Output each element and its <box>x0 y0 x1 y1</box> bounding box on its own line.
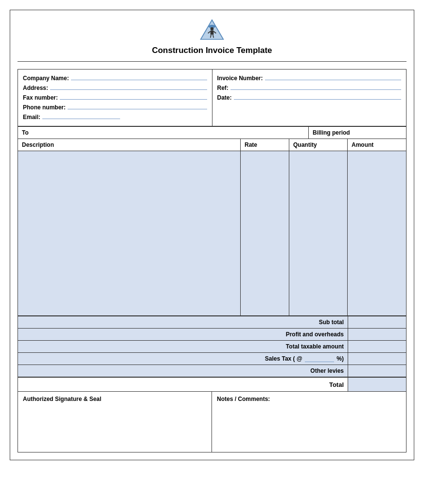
table-header-row: Description Rate Quantity Amount <box>18 139 406 151</box>
page-title: Construction Invoice Template <box>18 46 406 55</box>
header: Construction Invoice Template <box>18 15 406 62</box>
sales-tax-row: Sales Tax ( @ %) <box>18 352 406 365</box>
info-row: Company Name: Address: Fax number: Phone… <box>18 70 406 126</box>
svg-rect-4 <box>211 31 214 35</box>
total-section: Total <box>18 377 406 392</box>
date-input[interactable] <box>234 93 401 100</box>
ref-input[interactable] <box>230 83 401 90</box>
address-input[interactable] <box>50 83 207 90</box>
col-rate-header: Rate <box>241 139 289 151</box>
fax-field: Fax number: <box>23 93 207 101</box>
invoice-number-label: Invoice Number: <box>217 75 263 82</box>
email-label: Email: <box>23 114 40 121</box>
profit-overheads-label: Profit and overheads <box>18 329 348 340</box>
sub-total-row: Sub total <box>18 316 406 328</box>
company-name-input[interactable] <box>71 73 207 80</box>
total-taxable-label: Total taxable amount <box>18 341 348 352</box>
signature-label: Authorized Signature & Seal <box>23 396 207 402</box>
billing-period-label: Billing period <box>313 129 350 136</box>
to-label: To <box>22 129 29 136</box>
other-levies-row: Other levies <box>18 365 406 377</box>
total-row: Total <box>18 377 406 391</box>
sales-tax-prefix: Sales Tax ( <box>265 355 295 362</box>
main-data-area <box>18 151 406 316</box>
construction-icon <box>200 19 224 42</box>
sales-tax-label: Sales Tax ( @ %) <box>18 353 348 364</box>
profit-overheads-value[interactable] <box>348 329 406 340</box>
company-info-left: Company Name: Address: Fax number: Phone… <box>18 70 212 126</box>
sub-total-label: Sub total <box>18 317 348 328</box>
notes-label: Notes / Comments: <box>217 396 401 402</box>
phone-field: Phone number: <box>23 103 207 111</box>
to-billing-row: To Billing period <box>18 126 406 139</box>
sales-tax-suffix: %) <box>336 355 344 362</box>
total-taxable-row: Total taxable amount <box>18 340 406 352</box>
date-field: Date: <box>217 93 402 101</box>
description-data[interactable] <box>18 151 241 315</box>
fax-label: Fax number: <box>23 94 58 101</box>
subtotals-section: Sub total Profit and overheads Total tax… <box>18 316 406 377</box>
other-levies-label: Other levies <box>18 365 348 376</box>
sales-tax-value[interactable] <box>348 353 406 365</box>
svg-rect-2 <box>209 26 215 27</box>
invoice-page: Construction Invoice Template Company Na… <box>10 10 414 460</box>
company-name-label: Company Name: <box>23 75 69 82</box>
sales-tax-at: @ <box>297 355 302 362</box>
email-input[interactable] <box>42 112 120 119</box>
other-levies-value[interactable] <box>348 365 406 377</box>
rate-data[interactable] <box>241 151 289 315</box>
date-label: Date: <box>217 94 232 101</box>
ref-label: Ref: <box>217 85 229 91</box>
svg-point-3 <box>211 27 214 31</box>
address-label: Address: <box>23 85 48 91</box>
info-section: Company Name: Address: Fax number: Phone… <box>18 69 406 126</box>
total-label: Total <box>18 379 348 391</box>
company-name-field: Company Name: <box>23 73 207 82</box>
quantity-data[interactable] <box>289 151 348 315</box>
col-quantity-header: Quantity <box>289 139 348 151</box>
sub-total-value[interactable] <box>348 316 406 328</box>
email-field: Email: <box>23 112 207 121</box>
phone-input[interactable] <box>68 103 207 109</box>
amount-data[interactable] <box>348 151 406 315</box>
signature-area[interactable] <box>23 404 207 448</box>
invoice-number-input[interactable] <box>265 73 401 80</box>
invoice-info-right: Invoice Number: Ref: Date: <box>212 70 406 126</box>
total-value[interactable] <box>348 378 406 391</box>
bottom-section: Authorized Signature & Seal Notes / Comm… <box>18 392 406 452</box>
invoice-number-field: Invoice Number: <box>217 73 402 82</box>
fax-input[interactable] <box>60 93 207 100</box>
signature-cell: Authorized Signature & Seal <box>18 392 212 452</box>
notes-area[interactable] <box>217 404 401 448</box>
sales-tax-percent-input[interactable] <box>305 355 334 362</box>
to-cell: To <box>18 127 309 139</box>
col-amount-header: Amount <box>348 139 406 151</box>
notes-cell: Notes / Comments: <box>212 392 406 452</box>
ref-field: Ref: <box>217 83 402 91</box>
phone-label: Phone number: <box>23 104 66 111</box>
address-field: Address: <box>23 83 207 91</box>
profit-overheads-row: Profit and overheads <box>18 328 406 340</box>
total-taxable-value[interactable] <box>348 341 406 352</box>
billing-period-cell: Billing period <box>309 127 406 139</box>
col-description-header: Description <box>18 139 241 151</box>
